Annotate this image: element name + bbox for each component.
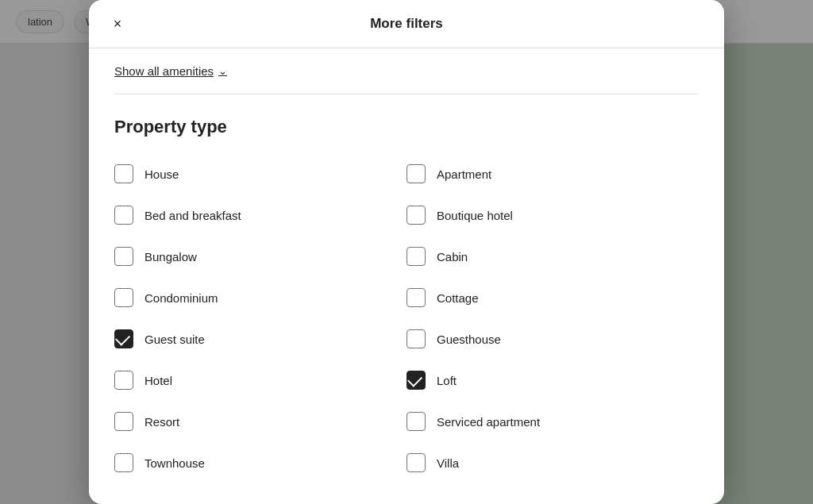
checkbox-condominium[interactable] bbox=[114, 288, 133, 307]
label-villa: Villa bbox=[437, 456, 459, 470]
checkbox-cottage[interactable] bbox=[406, 288, 426, 307]
label-bed-breakfast: Bed and breakfast bbox=[144, 209, 241, 222]
checkbox-apartment[interactable] bbox=[406, 164, 426, 183]
checkbox-townhouse[interactable] bbox=[114, 453, 133, 472]
label-guest-suite: Guest suite bbox=[144, 333, 205, 346]
checkbox-boutique-hotel[interactable] bbox=[406, 206, 426, 225]
property-item-cottage[interactable]: Cottage bbox=[406, 277, 699, 318]
property-item-cabin[interactable]: Cabin bbox=[406, 236, 699, 277]
property-left-column: HouseBed and breakfastBungalowCondominiu… bbox=[114, 153, 406, 483]
checkbox-bed-breakfast[interactable] bbox=[114, 206, 133, 225]
property-item-villa[interactable]: Villa bbox=[406, 442, 699, 483]
show-amenities-button[interactable]: Show all amenities ⌄ bbox=[114, 64, 227, 78]
label-resort: Resort bbox=[144, 415, 179, 429]
checkbox-villa[interactable] bbox=[406, 453, 426, 472]
property-type-heading: Property type bbox=[114, 117, 699, 137]
checkbox-hotel[interactable] bbox=[114, 371, 133, 390]
property-item-house[interactable]: House bbox=[114, 153, 406, 194]
label-hotel: Hotel bbox=[144, 374, 172, 387]
property-item-hotel[interactable]: Hotel bbox=[114, 360, 406, 401]
modal-overlay: × More filters Show all amenities ⌄ Prop… bbox=[0, 0, 813, 504]
label-guesthouse: Guesthouse bbox=[437, 333, 501, 346]
label-cabin: Cabin bbox=[437, 250, 468, 264]
property-item-bed-breakfast[interactable]: Bed and breakfast bbox=[114, 194, 406, 236]
checkbox-loft[interactable] bbox=[406, 371, 426, 390]
modal-title: More filters bbox=[370, 16, 443, 32]
show-amenities-label: Show all amenities bbox=[114, 64, 214, 78]
checkbox-house[interactable] bbox=[114, 164, 133, 183]
checkbox-guesthouse[interactable] bbox=[406, 329, 426, 348]
close-icon: × bbox=[114, 16, 122, 33]
label-cottage: Cottage bbox=[437, 291, 479, 305]
label-townhouse: Townhouse bbox=[144, 456, 205, 470]
property-item-boutique-hotel[interactable]: Boutique hotel bbox=[406, 194, 699, 236]
property-item-guest-suite[interactable]: Guest suite bbox=[114, 318, 406, 360]
checkbox-serviced-apartment[interactable] bbox=[406, 412, 426, 431]
more-filters-modal: × More filters Show all amenities ⌄ Prop… bbox=[89, 0, 724, 504]
checkbox-bungalow[interactable] bbox=[114, 247, 133, 266]
property-right-column: ApartmentBoutique hotelCabinCottageGuest… bbox=[406, 153, 699, 483]
property-type-grid: HouseBed and breakfastBungalowCondominiu… bbox=[114, 153, 699, 483]
property-item-bungalow[interactable]: Bungalow bbox=[114, 236, 406, 277]
label-apartment: Apartment bbox=[437, 167, 491, 181]
label-house: House bbox=[144, 167, 179, 181]
property-item-condominium[interactable]: Condominium bbox=[114, 277, 406, 318]
amenities-section: Show all amenities ⌄ bbox=[114, 48, 699, 94]
checkbox-guest-suite[interactable] bbox=[114, 329, 133, 348]
property-item-resort[interactable]: Resort bbox=[114, 401, 406, 442]
label-loft: Loft bbox=[437, 374, 457, 387]
property-item-serviced-apartment[interactable]: Serviced apartment bbox=[406, 401, 699, 442]
property-item-guesthouse[interactable]: Guesthouse bbox=[406, 318, 699, 360]
label-boutique-hotel: Boutique hotel bbox=[437, 209, 513, 222]
label-bungalow: Bungalow bbox=[144, 250, 197, 264]
modal-body[interactable]: Show all amenities ⌄ Property type House… bbox=[89, 48, 724, 504]
chevron-down-icon: ⌄ bbox=[218, 65, 227, 77]
property-item-townhouse[interactable]: Townhouse bbox=[114, 442, 406, 483]
close-button[interactable]: × bbox=[105, 11, 130, 37]
property-item-loft[interactable]: Loft bbox=[406, 360, 699, 401]
property-item-apartment[interactable]: Apartment bbox=[406, 153, 699, 194]
checkbox-resort[interactable] bbox=[114, 412, 133, 431]
label-condominium: Condominium bbox=[144, 291, 218, 305]
label-serviced-apartment: Serviced apartment bbox=[437, 415, 540, 429]
checkbox-cabin[interactable] bbox=[406, 247, 426, 266]
modal-header: × More filters bbox=[89, 0, 724, 48]
